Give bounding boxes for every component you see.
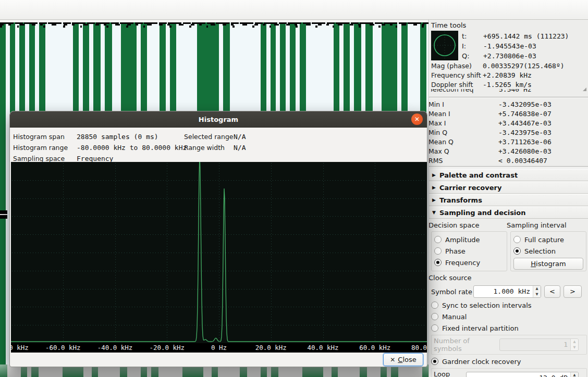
range-width-value: N/A (234, 144, 246, 152)
frequency-shift-value: +2.20839 kHz (483, 71, 532, 79)
radio-icon (431, 324, 438, 332)
spin-up-icon[interactable]: ▲ (571, 372, 578, 377)
selection-marker[interactable] (0, 210, 7, 219)
selection-freq-label: Selection freq (431, 89, 480, 93)
loop-gain-label: Loop gain (434, 370, 466, 377)
chevron-right-icon: ▶ (432, 185, 439, 190)
radio-icon (431, 313, 438, 320)
histogram-range-value: -80.0000 kHz to 80.0000 kHz (77, 144, 187, 152)
radio-phase[interactable]: Phase (434, 245, 504, 257)
radio-fixed-interval-partition[interactable]: Fixed interval partition (431, 322, 588, 334)
radio-icon (431, 301, 438, 309)
selection-freq-row-clipped: Selection freq5.540 Hz (431, 89, 588, 95)
table-row: Mean Q+3.711263e-06 (431, 137, 588, 146)
histogram-plot[interactable]: -80.0 kHz-60.0 kHz-40.0 kHz-20.0 kHz0 Hz… (11, 162, 427, 353)
section-palette-and-contrast[interactable]: ▶ Palette and contrast (429, 169, 588, 181)
histogram-info: Histogram span28850 samples (0 ms) Histo… (10, 128, 427, 162)
radio-selected-icon (513, 247, 521, 255)
selected-range-label: Selected range (184, 133, 234, 141)
x-axis-tick-label: -20.0 kHz (149, 343, 185, 352)
x-axis-tick-label: 60.0 kHz (359, 343, 390, 352)
radio-selected-icon (431, 358, 438, 365)
radio-manual[interactable]: Manual (431, 311, 588, 322)
histogram-dialog: Histogram ✕ Histogram span28850 samples … (9, 111, 427, 367)
symbol-rate-input[interactable]: 1.000 kHz ▲ ▼ (473, 285, 541, 298)
dialog-footer: ✕ Close (10, 353, 427, 367)
sampling-interval-group: Full capture Selection Histogram (510, 231, 586, 271)
histogram-range-label: Histogram range (13, 144, 77, 152)
sampling-interval-title: Sampling interval (507, 221, 567, 229)
loop-gain-row: Loop gain -13.0 dB ▲ ▼ (431, 368, 587, 377)
table-row: Min Q-3.423975e-03 (431, 128, 588, 137)
x-axis-tick-label: 40.0 kHz (307, 343, 338, 352)
histogram-button[interactable]: Histogram (513, 258, 583, 270)
x-axis-tick-label: 20.0 kHz (255, 343, 287, 352)
radio-icon (434, 236, 442, 243)
sampling-space-label: Sampling space (13, 155, 77, 162)
radio-frequency[interactable]: Frequency (434, 257, 504, 268)
iq-scope-icon (431, 31, 458, 60)
close-button[interactable]: ✕ Close (383, 353, 423, 366)
section-sampling-and-decision[interactable]: ▼ Sampling and decision (429, 206, 588, 219)
divider (429, 166, 588, 167)
readout-t-value: +695.1442 ms (111223) (483, 32, 569, 40)
table-row: Max Q+3.426080e-03 (431, 146, 588, 156)
symbol-rate-label: Symbol rate (431, 288, 473, 296)
decision-space-title: Decision space (428, 221, 507, 229)
chevron-right-icon: ▶ (432, 197, 439, 203)
radio-sync-to-selection-intervals[interactable]: Sync to selection intervals (431, 299, 588, 311)
symbol-rate-next-button[interactable]: > (564, 285, 582, 298)
radio-amplitude[interactable]: Amplitude (434, 234, 504, 245)
x-axis-tick-label: -80.0 kHz (11, 343, 29, 352)
section-transforms[interactable]: ▶ Transforms (429, 194, 588, 206)
readout-q-value: +2.730806e-03 (483, 52, 536, 60)
table-row: Min I-3.432095e-03 (431, 99, 588, 109)
chevron-right-icon: ▶ (432, 172, 439, 178)
table-row: Mean I+5.746838e-07 (431, 109, 588, 118)
table-row: RMS< 0.00346407 (431, 156, 588, 165)
readout-t-label: t: (462, 32, 483, 40)
radio-icon (513, 236, 521, 243)
time-tools-title: Time tools (431, 21, 588, 29)
radio-gardner-clock-recovery[interactable]: Gardner clock recovery (431, 356, 588, 367)
doppler-shift-label: Doppler shift (431, 81, 483, 89)
readout-i-value: -1.945543e-03 (483, 42, 536, 50)
dialog-titlebar[interactable]: Histogram ✕ (10, 111, 427, 128)
mag-phase-label: Mag (phase) (431, 62, 483, 70)
mag-phase-value: 0.00335297(125.468º) (483, 62, 565, 70)
radio-icon (434, 247, 442, 255)
spin-up-icon: ▲ (571, 339, 578, 345)
sampling-space-value: Frequency (77, 155, 113, 162)
x-axis-tick-label: 0 Hz (211, 343, 227, 352)
iq-stats-table: Min I-3.432095e-03 Mean I+5.746838e-07 M… (431, 99, 588, 165)
spin-down-icon: ▼ (571, 345, 578, 350)
radio-full-capture[interactable]: Full capture (513, 234, 583, 245)
section-carrier-recovery[interactable]: ▶ Carrier recovery (429, 181, 588, 194)
range-width-label: Range width (184, 144, 234, 152)
radio-selected-icon (434, 259, 442, 266)
waveform-trace (0, 26, 428, 28)
doppler-shift-value: -1.5265 km/s (483, 81, 532, 89)
divider (429, 97, 588, 98)
readout-i-label: I: (462, 42, 483, 50)
x-axis-tick-label: 80.0 kHz (411, 343, 427, 352)
close-icon[interactable]: ✕ (411, 114, 423, 125)
inspector-panel: Time tools t:+695.1442 ms (111223) I:-1.… (428, 20, 588, 377)
selected-range-value: N/A (234, 133, 246, 141)
clock-source-title: Clock source (428, 273, 588, 283)
top-toolbar-area (0, 0, 588, 20)
histogram-span-value: 28850 samples (0 ms) (77, 133, 158, 141)
chevron-down-icon: ▼ (432, 210, 439, 215)
resize-grip-icon[interactable] (583, 87, 586, 91)
spin-down-icon[interactable]: ▼ (533, 292, 541, 297)
spin-up-icon[interactable]: ▲ (533, 286, 541, 292)
number-of-symbols-input: 1 ▲ ▼ (499, 338, 579, 351)
selection-freq-value: 5.540 Hz (499, 89, 532, 93)
number-of-symbols-row: Number of symbols 1 ▲ ▼ (431, 335, 587, 355)
dialog-title: Histogram (199, 116, 238, 123)
histogram-span-label: Histogram span (13, 133, 77, 141)
radio-selection[interactable]: Selection (513, 245, 583, 257)
loop-gain-input[interactable]: -13.0 dB ▲ ▼ (466, 372, 579, 377)
x-axis-tick-label: -60.0 kHz (45, 343, 81, 352)
symbol-rate-prev-button[interactable]: < (544, 285, 560, 298)
